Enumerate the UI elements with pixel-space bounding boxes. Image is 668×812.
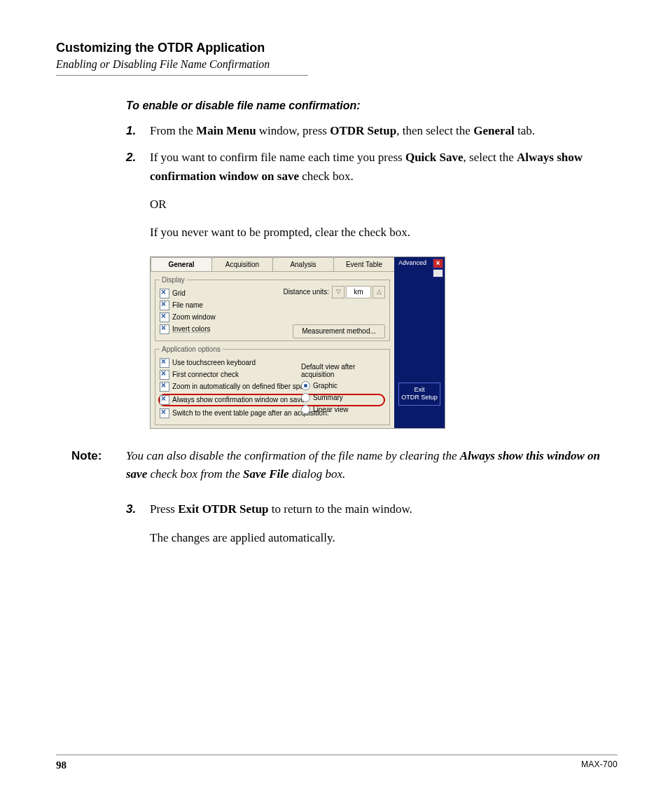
bold-main-menu: Main Menu: [196, 124, 256, 137]
advanced-label[interactable]: Advanced: [396, 259, 426, 266]
exit-line2: OTDR Setup: [401, 394, 438, 401]
step-2-number: 2.: [126, 149, 150, 242]
first-connector-check-label: First connector check: [172, 371, 239, 378]
touchscreen-keyboard-checkbox[interactable]: [160, 358, 169, 368]
header-rule: [56, 75, 308, 76]
distance-units-label: Distance units:: [283, 288, 329, 296]
step-1-number: 1.: [126, 122, 150, 140]
tab-event-table[interactable]: Event Table: [333, 257, 395, 271]
measurement-method-button[interactable]: Measurement method...: [293, 324, 385, 338]
application-options-legend: Application options: [160, 345, 223, 353]
default-view-group: Default view after acquisition Graphic S…: [301, 363, 385, 417]
step-3-followup: The changes are applied automatically.: [150, 529, 618, 547]
step-3-body: Press Exit OTDR Setup to return to the m…: [150, 500, 618, 547]
keyboard-icon[interactable]: [433, 269, 443, 277]
footer-rule: [56, 755, 618, 755]
step-3: 3. Press Exit OTDR Setup to return to th…: [126, 500, 618, 547]
file-name-label: File name: [172, 301, 203, 309]
step-1-body: From the Main Menu window, press OTDR Se…: [150, 122, 618, 140]
display-legend: Display: [160, 276, 187, 284]
tab-general[interactable]: General: [151, 257, 212, 271]
radio-summary[interactable]: [301, 393, 310, 402]
step-3-number: 3.: [126, 500, 150, 547]
page-footer: 98 MAX-700: [56, 755, 618, 771]
procedure-steps: 1. From the Main Menu window, press OTDR…: [126, 122, 618, 242]
chapter-title: Customizing the OTDR Application: [56, 41, 618, 55]
step-2-or: OR: [150, 195, 618, 214]
text: You can also disable the confirmation of…: [126, 449, 460, 462]
text: tab.: [515, 124, 535, 137]
zoom-auto-fiber-span-label: Zoom in automatically on defined fiber s…: [172, 383, 307, 390]
zoom-window-label: Zoom window: [172, 313, 216, 321]
distance-units-row: Distance units: ▽ km △: [283, 286, 385, 298]
text: , select the: [464, 151, 517, 164]
text: window, press: [256, 124, 330, 137]
file-name-checkbox[interactable]: [160, 301, 169, 310]
exit-otdr-setup-button[interactable]: Exit OTDR Setup: [398, 383, 440, 406]
text: check box from the: [147, 467, 243, 481]
bold-otdr-setup: OTDR Setup: [330, 124, 396, 137]
display-group: Display Distance units: ▽ km △ Grid File…: [155, 276, 390, 341]
invert-colors-label: Invert colors: [172, 325, 210, 333]
radio-linear-view[interactable]: [301, 405, 310, 414]
procedure-heading: To enable or disable file name confirmat…: [126, 99, 618, 112]
distance-units-up-button[interactable]: △: [373, 286, 385, 298]
switch-to-event-table-checkbox[interactable]: [160, 408, 169, 418]
step-2-body: If you want to confirm file name each ti…: [150, 149, 618, 242]
bold-exit-otdr-setup: Exit OTDR Setup: [178, 502, 268, 516]
always-show-confirmation-checkbox[interactable]: [160, 395, 169, 405]
embedded-screenshot: General Acquisition Analysis Event Table…: [150, 256, 618, 429]
zoom-window-checkbox[interactable]: [160, 312, 169, 322]
section-subtitle: Enabling or Disabling File Name Confirma…: [56, 58, 618, 71]
distance-units-down-button[interactable]: ▽: [332, 286, 345, 298]
text: From the: [150, 124, 196, 137]
radio-graphic[interactable]: [301, 381, 310, 390]
text: to return to the main window.: [269, 502, 412, 516]
radio-summary-label: Summary: [313, 394, 343, 401]
step-2-alt: If you never want to be prompted, clear …: [150, 223, 618, 242]
text: , then select the: [396, 124, 473, 137]
bold-save-file: Save File: [243, 467, 289, 481]
step-2: 2. If you want to confirm file name each…: [126, 149, 618, 242]
step-1: 1. From the Main Menu window, press OTDR…: [126, 122, 618, 140]
grid-label: Grid: [172, 289, 186, 297]
default-view-label: Default view after acquisition: [301, 363, 385, 378]
grid-checkbox[interactable]: [160, 289, 169, 298]
bold-general: General: [473, 124, 515, 137]
touchscreen-keyboard-label: Use touchscreen keyboard: [172, 359, 256, 366]
radio-linear-view-label: Linear view: [313, 406, 349, 413]
text: If you want to confirm file name each ti…: [150, 151, 405, 164]
bold-quick-save: Quick Save: [405, 151, 464, 164]
note-block: Note: You can also disable the confirmat…: [71, 447, 618, 484]
zoom-auto-fiber-span-checkbox[interactable]: [160, 382, 169, 392]
tab-strip: General Acquisition Analysis Event Table: [151, 257, 394, 272]
application-options-group: Application options Use touchscreen keyb…: [155, 345, 390, 425]
page-number: 98: [56, 759, 67, 771]
distance-units-value: km: [346, 286, 371, 298]
text: check box.: [299, 170, 354, 183]
close-icon[interactable]: ×: [433, 259, 443, 268]
note-label: Note:: [71, 447, 126, 484]
radio-graphic-label: Graphic: [313, 382, 338, 390]
tab-acquisition[interactable]: Acquisition: [211, 257, 273, 271]
first-connector-check-checkbox[interactable]: [160, 370, 169, 380]
procedure-steps-cont: 3. Press Exit OTDR Setup to return to th…: [126, 500, 618, 547]
text: dialog box.: [289, 467, 346, 481]
note-body: You can also disable the confirmation of…: [126, 447, 618, 484]
side-panel: Advanced × Exit OTDR Setup: [394, 257, 445, 428]
model-number: MAX-700: [581, 759, 618, 771]
tab-analysis[interactable]: Analysis: [272, 257, 334, 271]
always-show-confirmation-label: Always show confirmation window on save: [172, 396, 305, 404]
exit-line1: Exit: [414, 386, 424, 393]
text: Press: [150, 502, 178, 516]
invert-colors-checkbox[interactable]: [160, 324, 169, 334]
